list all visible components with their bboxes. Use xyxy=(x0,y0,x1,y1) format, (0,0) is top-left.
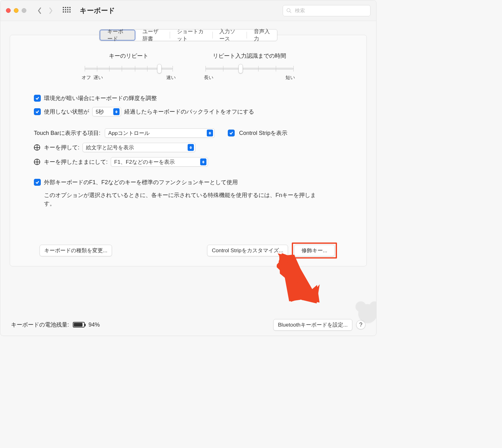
fn-keys-label: 外部キーボードのF1、F2などのキーを標準のファンクションキーとして使用 xyxy=(44,179,238,186)
tab-input-sources[interactable]: 入力ソース xyxy=(212,29,247,41)
svg-marker-4 xyxy=(279,255,314,299)
page-title: キーボード xyxy=(80,6,115,15)
toolbar: キーボード xyxy=(0,0,376,21)
svg-marker-7 xyxy=(279,253,320,302)
tab-keyboard[interactable]: キーボード xyxy=(99,29,136,41)
touchbar-value: Appコントロール xyxy=(108,130,150,137)
backlight-off-value: 5秒 xyxy=(96,108,104,115)
globe-icon xyxy=(34,144,40,151)
battery-percent: 94% xyxy=(88,322,100,328)
adjust-brightness-checkbox[interactable] xyxy=(34,95,41,102)
delay-slider[interactable] xyxy=(206,65,293,72)
adjust-brightness-label: 環境光が暗い場合にキーボードの輝度を調整 xyxy=(44,94,157,102)
back-button[interactable] xyxy=(35,6,44,15)
svg-marker-6 xyxy=(277,252,321,305)
change-keyboard-type-button[interactable]: キーボードの種類を変更... xyxy=(40,245,112,256)
chevron-updown-icon xyxy=(113,108,120,115)
footer: キーボードの電池残量: 94% Bluetoothキーボードを設定... ? xyxy=(0,314,376,336)
annotation-arrow-icon xyxy=(274,255,314,302)
delay-label: リピート入力認識までの時間 xyxy=(213,52,286,60)
touchbar-select[interactable]: Appコントロール xyxy=(105,128,215,138)
key-repeat-slider[interactable] xyxy=(85,65,173,72)
backlight-off-select[interactable]: 5秒 xyxy=(92,107,121,116)
search-input[interactable] xyxy=(294,8,367,14)
backlight-off-checkbox[interactable] xyxy=(34,108,41,115)
tab-dictation[interactable]: 音声入力 xyxy=(247,29,277,41)
svg-line-1 xyxy=(290,11,291,13)
battery-icon xyxy=(73,322,85,328)
bluetooth-keyboard-button[interactable]: Bluetoothキーボードを設定... xyxy=(273,319,352,331)
search-icon xyxy=(286,8,292,13)
delay-long: 長い xyxy=(204,75,213,81)
forward-button[interactable] xyxy=(46,6,55,15)
globe-hold-select[interactable]: F1、F2などのキーを表示 xyxy=(111,157,208,167)
chevron-updown-icon xyxy=(200,158,206,165)
chevron-updown-icon xyxy=(207,130,213,136)
annotation-highlight: 修飾キー... xyxy=(292,243,337,259)
close-window[interactable] xyxy=(6,8,11,13)
pref-panel: キーボード ユーザ辞書 ショートカット 入力ソース 音声入力 キーのリピート オ… xyxy=(10,35,367,266)
tab-bar: キーボード ユーザ辞書 ショートカット 入力ソース 音声入力 xyxy=(99,29,277,41)
svg-marker-3 xyxy=(281,257,311,300)
control-strip-checkbox[interactable] xyxy=(228,130,235,136)
globe-hold-label: キーを押したままにして: xyxy=(44,158,108,166)
zoom-window[interactable] xyxy=(22,8,26,13)
fn-keys-description: このオプションが選択されているときに、各キーに示されている特殊機能を使用するには… xyxy=(34,191,323,208)
key-repeat-slow: 遅い xyxy=(93,75,103,80)
modifier-keys-button[interactable]: 修飾キー... xyxy=(294,245,335,256)
battery-label: キーボードの電池残量: xyxy=(11,321,69,328)
key-repeat-off: オフ xyxy=(82,75,91,80)
key-repeat-label: キーのリピート xyxy=(109,52,148,60)
touchbar-label: Touch Barに表示する項目: xyxy=(34,129,100,137)
delay-short: 短い xyxy=(286,75,295,81)
annotation-arrow-icon xyxy=(278,253,321,303)
show-all-icon[interactable] xyxy=(63,7,70,14)
customize-control-strip-button[interactable]: Control Stripをカスタマイズ... xyxy=(207,245,288,256)
tab-text[interactable]: ユーザ辞書 xyxy=(136,29,170,41)
control-strip-label: Control Stripを表示 xyxy=(239,129,287,137)
backlight-off-suffix: 経過したらキーボードのバックライトをオフにする xyxy=(124,108,254,115)
backlight-off-prefix: 使用しない状態が xyxy=(44,108,89,115)
globe-press-value: 絵文字と記号を表示 xyxy=(86,144,134,151)
window-controls xyxy=(6,8,26,13)
chevron-updown-icon xyxy=(188,144,194,151)
annotation-arrow-icon xyxy=(277,252,321,305)
fn-keys-checkbox[interactable] xyxy=(34,179,41,186)
globe-press-label: キーを押して: xyxy=(44,144,79,151)
minimize-window[interactable] xyxy=(14,8,19,13)
globe-icon xyxy=(34,159,40,165)
sliders-row: キーのリピート オフ 遅い 速い リピート入力認識までの時間 xyxy=(34,52,343,81)
search-field[interactable] xyxy=(283,5,371,16)
globe-press-select[interactable]: 絵文字と記号を表示 xyxy=(83,143,195,152)
svg-marker-2 xyxy=(277,255,314,302)
globe-hold-value: F1、F2などのキーを表示 xyxy=(114,158,175,166)
tab-shortcuts[interactable]: ショートカット xyxy=(170,29,212,41)
key-repeat-fast: 速い xyxy=(166,75,176,81)
